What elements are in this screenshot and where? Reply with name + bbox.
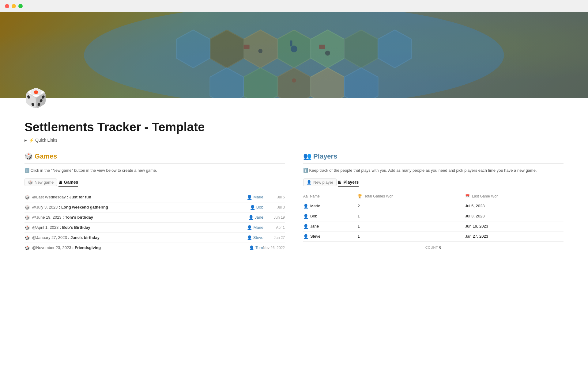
game-winner: 👤 Marie: [239, 225, 263, 230]
trophy-icon: 🏆: [357, 194, 362, 198]
player-name-cell: 👤 Bob: [303, 211, 355, 221]
new-game-icon: 🎲: [28, 180, 33, 185]
calendar-icon: 📅: [465, 194, 470, 198]
game-row-icon: 🎲: [24, 195, 30, 200]
page-icon: 🎲: [24, 86, 49, 110]
game-row[interactable]: 🎲 @January 27, 2023 : Jane's birthday 👤 …: [24, 233, 285, 243]
minimize-button[interactable]: [12, 4, 16, 8]
count-footer: COUNT 6: [303, 242, 564, 251]
game-title: : Tom's birthday: [62, 215, 93, 220]
svg-point-15: [258, 49, 262, 53]
svg-rect-19: [243, 45, 249, 49]
close-button[interactable]: [5, 4, 9, 8]
players-table-body: 👤 Marie 2 Jul 5, 2023 👤 Bob 1 Jul 3, 202…: [303, 201, 564, 241]
table-row[interactable]: 👤 Bob 1 Jul 3, 2023: [303, 211, 564, 221]
game-winner: 👤 Marie: [239, 195, 263, 200]
game-row[interactable]: 🎲 @July 3, 2023 : Long weekend gathering…: [24, 202, 285, 213]
player-last-game: Jan 27, 2023: [463, 231, 564, 241]
players-section-header: 👥 Players: [303, 152, 564, 164]
game-row-icon: 🎲: [24, 215, 30, 220]
game-date: Jun 19: [263, 215, 285, 220]
table-row[interactable]: 👤 Marie 2 Jul 5, 2023: [303, 201, 564, 211]
quick-links-arrow: ▶: [24, 139, 27, 142]
winner-name: Marie: [253, 195, 263, 199]
game-title: : Friendsgiving: [72, 245, 101, 250]
last-game-col-label: Last Game Won: [472, 194, 498, 198]
col-header-last-game: 📅 Last Game Won: [463, 192, 564, 201]
winner-person-icon: 👤: [247, 225, 252, 230]
game-date: Jul 3: [263, 205, 285, 209]
game-title: : Long weekend gathering: [59, 205, 108, 209]
game-title: : Bob's Birthday: [60, 225, 90, 230]
player-last-game: Jun 19, 2023: [463, 221, 564, 231]
page-title: Settlements Tracker - Template: [24, 120, 564, 134]
winner-person-icon: 👤: [247, 235, 252, 240]
games-tab-label: Games: [64, 180, 78, 185]
traffic-lights: [5, 4, 23, 8]
winner-name: Steve: [253, 235, 263, 240]
game-date: Jan 27: [263, 236, 285, 240]
new-player-button[interactable]: 👤 New player: [303, 178, 337, 186]
col-header-name: Aa Name: [303, 192, 355, 201]
game-date-ref: @November 23, 2023: [32, 245, 71, 250]
new-game-button[interactable]: 🎲 New game: [24, 178, 57, 186]
svg-rect-18: [290, 40, 292, 46]
players-tab[interactable]: ⊞ Players: [338, 180, 359, 187]
game-date-ref: @Last Wednesday: [32, 195, 66, 199]
game-row-icon: 🎲: [24, 235, 30, 240]
player-total-games: 1: [355, 231, 462, 241]
hex-board-svg: [0, 12, 588, 98]
game-date-ref: @July 3, 2023: [32, 205, 58, 209]
game-date-ref: @January 27, 2023: [32, 235, 67, 240]
player-name: Marie: [310, 204, 320, 208]
game-winner: 👤 Jane: [239, 215, 263, 220]
games-section-info: ℹ️ Click in the "New game" button in the…: [24, 167, 285, 174]
player-person-icon: 👤: [303, 204, 308, 209]
player-last-game: Jul 5, 2023: [463, 201, 564, 211]
winner-name: Marie: [253, 225, 263, 230]
maximize-button[interactable]: [18, 4, 23, 8]
game-row-name: @November 23, 2023 : Friendsgiving: [32, 245, 239, 250]
game-date: Apr 1: [263, 225, 285, 230]
count-value: 6: [439, 245, 441, 250]
games-list: 🎲 @Last Wednesday : Just for fun 👤 Marie…: [24, 192, 285, 253]
svg-point-17: [292, 78, 296, 82]
winner-name: Bob: [256, 205, 263, 209]
players-table-header-row: Aa Name 🏆 Total Games Won 📅 Last Game Wo…: [303, 192, 564, 201]
new-game-label: New game: [35, 180, 54, 185]
main-content: Settlements Tracker - Template ▶ ⚡ Quick…: [0, 110, 588, 271]
game-row[interactable]: 🎲 @November 23, 2023 : Friendsgiving 👤 T…: [24, 243, 285, 253]
games-tab[interactable]: ⊞ Games: [58, 180, 78, 187]
game-row[interactable]: 🎲 @April 1, 2023 : Bob's Birthday 👤 Mari…: [24, 223, 285, 233]
games-section-header: 🎲 Games: [24, 152, 285, 164]
winner-person-icon: 👤: [247, 195, 252, 200]
player-person-icon: 👤: [303, 214, 308, 219]
game-row-icon: 🎲: [24, 225, 30, 230]
player-name-cell: 👤 Jane: [303, 221, 355, 231]
player-name: Steve: [310, 234, 320, 239]
players-tab-icon: ⊞: [338, 180, 341, 185]
quick-links-toggle[interactable]: ▶ ⚡ Quick Links: [24, 138, 564, 143]
winner-person-icon: 👤: [249, 245, 254, 250]
total-games-col-label: Total Games Won: [364, 194, 394, 198]
winner-person-icon: 👤: [250, 205, 255, 210]
game-row[interactable]: 🎲 @Last Wednesday : Just for fun 👤 Marie…: [24, 192, 285, 202]
game-row-icon: 🎲: [24, 205, 30, 210]
table-row[interactable]: 👤 Jane 1 Jun 19, 2023: [303, 221, 564, 231]
players-table: Aa Name 🏆 Total Games Won 📅 Last Game Wo…: [303, 192, 564, 242]
game-row[interactable]: 🎲 @June 19, 2023 : Tom's birthday 👤 Jane…: [24, 213, 285, 223]
two-column-layout: 🎲 Games ℹ️ Click in the "New game" butto…: [24, 152, 564, 253]
table-row[interactable]: 👤 Steve 1 Jan 27, 2023: [303, 231, 564, 241]
name-col-icon: Aa: [303, 194, 308, 198]
game-title: : Just for fun: [67, 195, 91, 199]
players-tab-label: Players: [343, 180, 359, 185]
game-winner: 👤 Tom: [239, 245, 263, 250]
game-row-name: @June 19, 2023 : Tom's birthday: [32, 215, 239, 220]
hero-image: [0, 12, 588, 98]
game-row-name: @April 1, 2023 : Bob's Birthday: [32, 225, 239, 230]
game-winner: 👤 Steve: [239, 235, 263, 240]
game-date-ref: @June 19, 2023: [32, 215, 62, 220]
winner-name: Jane: [255, 215, 263, 220]
player-last-game: Jul 3, 2023: [463, 211, 564, 221]
player-person-icon: 👤: [303, 224, 308, 229]
